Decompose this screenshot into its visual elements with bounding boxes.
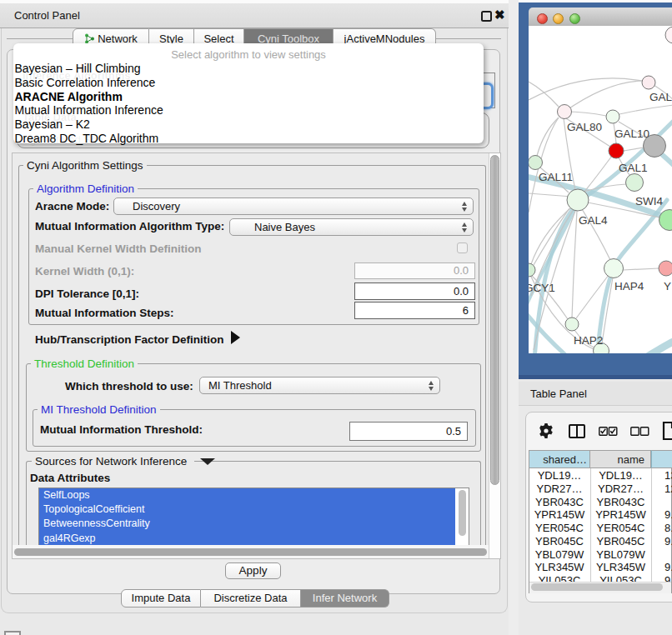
svg-text:GAL: GAL (649, 91, 672, 103)
svg-text:GAL1: GAL1 (619, 162, 648, 174)
svg-text:GAL10: GAL10 (614, 128, 649, 140)
svg-text:GCY1: GCY1 (529, 282, 555, 294)
svg-text:Y: Y (664, 280, 671, 292)
svg-text:GAL4: GAL4 (579, 214, 608, 227)
svg-text:HAP4: HAP4 (614, 280, 644, 292)
svg-text:HAP2: HAP2 (574, 334, 603, 347)
svg-text:SWI4: SWI4 (635, 195, 663, 208)
svg-text:GAL80: GAL80 (567, 121, 602, 133)
svg-text:GAL11: GAL11 (539, 171, 573, 183)
